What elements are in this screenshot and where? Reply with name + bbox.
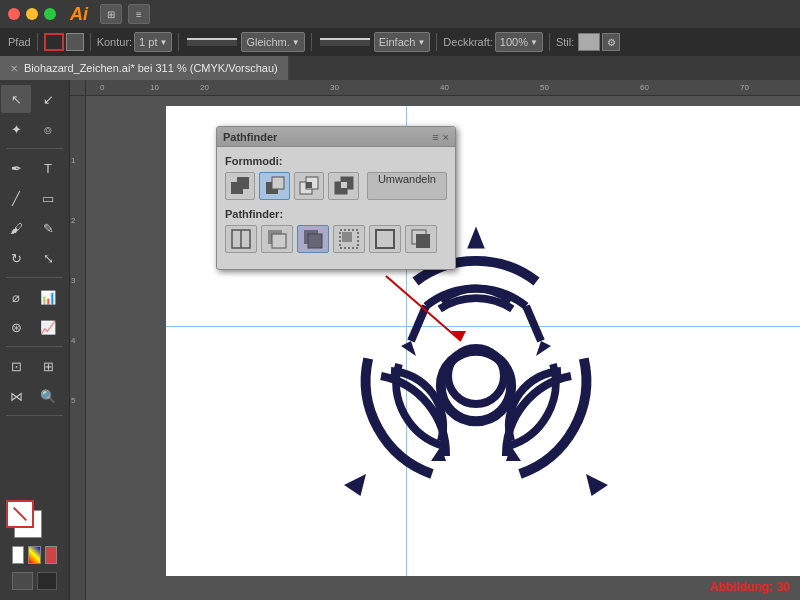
tool-row-4: ╱ ▭ (0, 183, 69, 213)
svg-rect-16 (341, 182, 347, 188)
color-pair (6, 500, 50, 538)
stroke-style-arrow: ▼ (292, 38, 300, 47)
stroke-weight-dropdown[interactable]: 1 pt ▼ (134, 32, 172, 52)
gradient-tool[interactable]: ⊡ (1, 352, 31, 380)
options-bar: Pfad Kontur: 1 pt ▼ Gleichm. ▼ Einfach ▼… (0, 28, 800, 56)
shape-tool[interactable]: ▭ (33, 184, 63, 212)
graph-tool[interactable]: 📊 (33, 283, 63, 311)
pathfinder-panel: Pathfinder ≡ × Formmodi: (216, 126, 456, 270)
minimize-button[interactable] (26, 8, 38, 20)
svg-rect-8 (237, 177, 249, 189)
magic-wand-tool[interactable]: ✦ (1, 115, 31, 143)
separator-3 (178, 33, 179, 51)
svg-marker-2 (536, 341, 551, 356)
ruler-mark-v-5: 5 (71, 396, 75, 405)
direct-select-tool[interactable]: ↙ (33, 85, 63, 113)
stroke-color[interactable] (6, 500, 34, 528)
left-toolbar: ↖ ↙ ✦ ⌾ ✒ T ╱ ▭ 🖌 ✎ ↻ ⤡ ⌀ 📊 ⊛ (0, 80, 70, 600)
color-swatch[interactable] (45, 546, 57, 564)
style-preview[interactable] (578, 33, 600, 51)
trim-button[interactable] (261, 225, 293, 253)
ruler-mark-50: 50 (540, 83, 549, 92)
draw-mode[interactable] (37, 572, 58, 590)
style-label: Stil: (556, 36, 574, 48)
separator-1 (37, 33, 38, 51)
type-tool[interactable]: T (33, 154, 63, 182)
pathfinder-body: Formmodi: Umw (217, 147, 455, 269)
tool-row-10: ⋈ 🔍 (0, 381, 69, 411)
rotate-tool[interactable]: ↻ (1, 244, 31, 272)
pathfinder-menu-icon[interactable]: ≡ (432, 131, 438, 143)
tool-separator-2 (6, 277, 63, 278)
svg-rect-20 (272, 234, 286, 248)
close-button[interactable] (8, 8, 20, 20)
crop-button[interactable] (333, 225, 365, 253)
ruler-mark-10: 10 (150, 83, 159, 92)
gradient-swatch[interactable] (28, 546, 40, 564)
exclude-button[interactable] (328, 172, 358, 200)
canvas-content: .bh-stroke { fill: none; stroke: #1a1a4a… (86, 96, 800, 600)
outline-button[interactable] (369, 225, 401, 253)
toolbar-icon-2[interactable]: ≡ (128, 4, 150, 24)
brush-tool[interactable]: 🖌 (1, 214, 31, 242)
divide-button[interactable] (225, 225, 257, 253)
stroke-end-dropdown[interactable]: Einfach ▼ (374, 32, 431, 52)
warp-tool[interactable]: ⌀ (1, 283, 31, 311)
title-bar: Ai ⊞ ≡ (0, 0, 800, 28)
tool-row-3: ✒ T (0, 153, 69, 183)
tool-separator-1 (6, 148, 63, 149)
svg-rect-27 (416, 234, 430, 248)
scale-tool[interactable]: ⤡ (33, 244, 63, 272)
pathfinder-controls: ≡ × (432, 131, 449, 143)
fill-color-box[interactable] (66, 33, 84, 51)
blend-tool[interactable]: ⋈ (1, 382, 31, 410)
tool-separator-3 (6, 346, 63, 347)
opacity-dropdown[interactable]: 100% ▼ (495, 32, 543, 52)
eyedropper-tool[interactable]: 🔍 (33, 382, 63, 410)
canvas-area[interactable]: 0 10 20 30 40 50 60 70 1 2 3 4 5 (70, 80, 800, 600)
pencil-tool[interactable]: ✎ (33, 214, 63, 242)
select-tool[interactable]: ↖ (1, 85, 31, 113)
toolbar-icon-1[interactable]: ⊞ (100, 4, 122, 24)
convert-button[interactable]: Umwandeln (367, 172, 447, 200)
pathfinder-row (225, 225, 447, 253)
separator-4 (311, 33, 312, 51)
tool-separator-4 (6, 415, 63, 416)
line-tool[interactable]: ╱ (1, 184, 31, 212)
figure-caption: Abbildung: 30 (710, 580, 790, 594)
none-swatch[interactable] (12, 546, 24, 564)
vertical-ruler: 1 2 3 4 5 (70, 96, 86, 600)
merge-button[interactable] (297, 225, 329, 253)
color-section (0, 494, 69, 596)
pen-tool[interactable]: ✒ (1, 154, 31, 182)
mesh-tool[interactable]: ⊞ (33, 352, 63, 380)
ruler-mark-v-4: 4 (71, 336, 75, 345)
pathfinder-close-icon[interactable]: × (443, 131, 449, 143)
separator-5 (436, 33, 437, 51)
document-tab[interactable]: ✕ Biohazard_Zeichen.ai* bei 311 % (CMYK/… (0, 56, 289, 80)
ruler-mark-0: 0 (100, 83, 104, 92)
stroke-style-dropdown[interactable]: Gleichm. ▼ (241, 32, 304, 52)
svg-rect-13 (306, 182, 312, 188)
svg-marker-1 (401, 341, 416, 356)
minus-front-button[interactable] (259, 172, 289, 200)
ruler-mark-60: 60 (640, 83, 649, 92)
ruler-mark-30: 30 (330, 83, 339, 92)
annotation-line (386, 276, 461, 341)
stroke-color-preview[interactable] (44, 33, 64, 51)
svg-rect-10 (272, 177, 284, 189)
stroke-style-preview (187, 38, 237, 46)
tab-close-icon[interactable]: ✕ (10, 63, 18, 74)
main-area: ↖ ↙ ✦ ⌾ ✒ T ╱ ▭ 🖌 ✎ ↻ ⤡ ⌀ 📊 ⊛ (0, 80, 800, 600)
intersect-button[interactable] (294, 172, 324, 200)
fullscreen-button[interactable] (44, 8, 56, 20)
lasso-tool[interactable]: ⌾ (33, 115, 63, 143)
svg-rect-24 (342, 232, 352, 242)
minus-back-button[interactable] (405, 225, 437, 253)
ruler-mark-v-3: 3 (71, 276, 75, 285)
symbol-tool[interactable]: ⊛ (1, 313, 31, 341)
normal-mode[interactable] (12, 572, 33, 590)
column-graph-tool[interactable]: 📈 (33, 313, 63, 341)
unite-button[interactable] (225, 172, 255, 200)
style-settings[interactable]: ⚙ (602, 33, 620, 51)
